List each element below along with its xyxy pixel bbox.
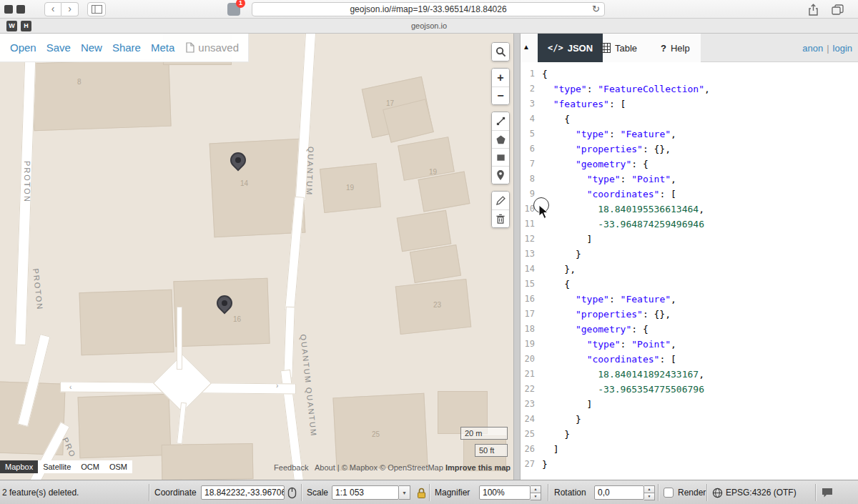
code-line[interactable]: 24 } <box>521 412 858 427</box>
draw-marker-button[interactable] <box>492 166 509 184</box>
forward-button[interactable]: › <box>61 2 79 16</box>
marker-dot <box>235 157 241 163</box>
menu-item-meta[interactable]: Meta <box>151 41 174 54</box>
draw-polygon-button[interactable] <box>492 130 509 148</box>
coordinate-label: Coordinate <box>154 480 197 504</box>
magnifier-stepper[interactable]: ▲ ▼ <box>531 485 541 500</box>
layer-osm[interactable]: OSM <box>104 460 132 473</box>
line-number: 20 <box>521 352 535 367</box>
code-line[interactable]: 4 { <box>521 112 858 127</box>
code-line[interactable]: 20 "coordinates": [ <box>521 352 858 367</box>
code-line[interactable]: 16 "type": "Feature", <box>521 292 858 307</box>
anon-link[interactable]: anon <box>802 43 823 54</box>
map-canvas[interactable]: ‹ › PROTON PROTON QUANTUM QUANTUM QUANTU… <box>0 34 513 480</box>
draw-rectangle-button[interactable] <box>492 148 509 166</box>
separator <box>548 484 548 501</box>
code-line[interactable]: 10 18.840195536613464, <box>521 202 858 217</box>
tabs-overview-button[interactable] <box>829 2 845 16</box>
code-line[interactable]: 5 "type": "Feature", <box>521 127 858 142</box>
chevron-down-icon[interactable]: ▾ <box>399 485 410 500</box>
code-line[interactable]: 26 ] <box>521 442 858 457</box>
street-label: QUANTUM QUANTUM <box>299 334 318 438</box>
code-line[interactable]: 18 "geometry": { <box>521 322 858 337</box>
line-number: 26 <box>521 442 535 457</box>
code-line[interactable]: 15 { <box>521 277 858 292</box>
tracking-toggle-button[interactable] <box>287 480 297 504</box>
url-text: geojson.io/#map=19/-33.96514/18.84026 <box>350 4 506 14</box>
code-line[interactable]: 3 "features": [ <box>521 97 858 112</box>
spin-up-icon[interactable]: ▲ <box>644 485 655 493</box>
menu-item-open[interactable]: Open <box>10 41 36 54</box>
code-line[interactable]: 27} <box>521 457 858 472</box>
code-line[interactable]: 12 ] <box>521 232 858 247</box>
layer-mapbox[interactable]: Mapbox <box>0 460 38 473</box>
coordinate-input[interactable]: 18.842232,-33.967060 <box>201 485 285 500</box>
zoom-in-button[interactable]: + <box>492 69 509 87</box>
share-button[interactable] <box>805 2 821 16</box>
json-code-editor[interactable]: 1{2 "type": "FeatureCollection",3 "featu… <box>521 62 858 480</box>
layer-satellite[interactable]: Satellite <box>38 460 76 473</box>
edit-pencil-icon <box>495 195 506 206</box>
log-messages-button[interactable] <box>821 480 834 504</box>
oneway-arrow-icon: ‹ <box>69 383 72 391</box>
spin-down-icon[interactable]: ▼ <box>644 493 655 500</box>
feedback-link[interactable]: Feedback <box>274 463 308 472</box>
app-area: ‹ › PROTON PROTON QUANTUM QUANTUM QUANTU… <box>0 34 858 480</box>
search-button[interactable] <box>492 43 509 61</box>
code-line[interactable]: 11 -33.964874259496946 <box>521 217 858 232</box>
code-line[interactable]: 19 "type": "Point", <box>521 337 858 352</box>
code-line[interactable]: 1{ <box>521 66 858 81</box>
code-line[interactable]: 13 } <box>521 247 858 262</box>
code-line[interactable]: 22 -33.965354775506796 <box>521 382 858 397</box>
map-marker[interactable] <box>217 295 234 317</box>
code-line[interactable]: 8 "type": "Point", <box>521 172 858 187</box>
magnifier-input[interactable]: 100% <box>479 485 531 500</box>
tab-table[interactable]: Table <box>601 34 637 62</box>
spin-up-icon[interactable]: ▲ <box>531 485 541 493</box>
map-marker[interactable] <box>230 152 247 174</box>
lock-scale-button[interactable] <box>416 480 427 504</box>
delete-button[interactable] <box>492 209 509 227</box>
back-button[interactable]: ‹ <box>44 2 61 16</box>
code-line[interactable]: 23 ] <box>521 397 858 412</box>
edit-button[interactable] <box>492 192 509 209</box>
sidebar-toggle-button[interactable] <box>87 2 106 16</box>
window-icon <box>4 5 13 14</box>
code-line[interactable]: 14 }, <box>521 262 858 277</box>
menu-item-save[interactable]: Save <box>46 41 71 54</box>
about-link[interactable]: About <box>315 463 335 472</box>
rotation-input[interactable]: 0,0 <box>594 485 644 500</box>
plus-icon: + <box>497 71 503 84</box>
rectangle-tool-icon <box>495 152 506 163</box>
separator <box>658 484 659 501</box>
code-line[interactable]: 9 "coordinates": [ <box>521 187 858 202</box>
menu-item-share[interactable]: Share <box>112 41 141 54</box>
rotation-stepper[interactable]: ▲ ▼ <box>644 485 655 500</box>
improve-map-link[interactable]: Improve this map <box>445 463 511 472</box>
collapse-editor-button[interactable]: ▲ <box>523 43 530 51</box>
code-line[interactable]: 7 "geometry": { <box>521 157 858 172</box>
crs-button[interactable]: EPSG:4326 (OTF) <box>712 480 797 504</box>
login-link[interactable]: login <box>833 43 852 54</box>
extension-icon[interactable]: 1 <box>227 3 240 16</box>
code-line[interactable]: 25 } <box>521 427 858 442</box>
pane-divider[interactable] <box>513 34 521 480</box>
code-line[interactable]: 2 "type": "FeatureCollection", <box>521 81 858 97</box>
scale-select[interactable]: 1:1 053 <box>332 485 399 500</box>
url-field[interactable]: geojson.io/#map=19/-33.96514/18.84026 ↻ <box>252 2 605 16</box>
layer-ocm[interactable]: OCM <box>76 460 104 473</box>
tab-title[interactable]: geojson.io <box>0 21 858 30</box>
code-line[interactable]: 21 18.840141892433167, <box>521 367 858 382</box>
menu-item-new[interactable]: New <box>81 41 102 54</box>
render-checkbox[interactable] <box>664 488 674 498</box>
code-line[interactable]: 17 "properties": {}, <box>521 307 858 322</box>
tab-json[interactable]: </> JSON <box>538 34 603 62</box>
zoom-out-button[interactable]: − <box>492 87 509 104</box>
street-label: PRO <box>61 436 77 459</box>
edit-toolbar <box>491 191 510 228</box>
draw-line-button[interactable] <box>492 112 509 130</box>
code-line[interactable]: 6 "properties": {}, <box>521 142 858 157</box>
reload-icon[interactable]: ↻ <box>592 4 600 14</box>
spin-down-icon[interactable]: ▼ <box>531 493 541 500</box>
tab-help[interactable]: ? Help <box>661 34 690 62</box>
